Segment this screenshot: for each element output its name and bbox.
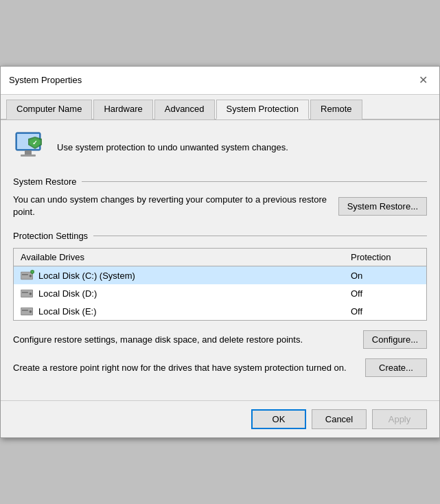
create-row: Create a restore point right now for the… <box>13 358 427 377</box>
create-button[interactable]: Create... <box>365 358 427 377</box>
apply-button[interactable]: Apply <box>372 409 427 429</box>
cancel-button[interactable]: Cancel <box>312 409 367 429</box>
tab-advanced[interactable]: Advanced <box>154 100 215 119</box>
restore-row: You can undo system changes by reverting… <box>13 194 427 218</box>
drive-name-d: Local Disk (D:) <box>21 288 351 299</box>
drive-protection-d: Off <box>351 288 419 299</box>
protection-settings-section: Protection Settings Available Drives Pro… <box>13 231 427 377</box>
window-title: System Properties <box>9 75 82 85</box>
tab-computer-name[interactable]: Computer Name <box>6 100 92 119</box>
drive-row-e[interactable]: Local Disk (E:) Off <box>14 302 426 320</box>
system-restore-section: System Restore You can undo system chang… <box>13 176 427 218</box>
drive-icon-d <box>21 288 34 299</box>
svg-rect-6 <box>21 154 36 157</box>
drive-protection-c: On <box>351 271 419 281</box>
drives-table-header: Available Drives Protection <box>14 249 426 266</box>
svg-rect-16 <box>22 292 28 293</box>
close-button[interactable]: ✕ <box>415 72 431 89</box>
svg-text:✓: ✓ <box>32 139 38 146</box>
info-banner-text: Use system protection to undo unwanted s… <box>57 142 288 152</box>
col-protection: Protection <box>351 252 419 262</box>
configure-row: Configure restore settings, manage disk … <box>13 330 427 349</box>
configure-button[interactable]: Configure... <box>363 330 427 349</box>
configure-text: Configure restore settings, manage disk … <box>13 334 352 346</box>
drive-name-c: Local Disk (C:) (System) <box>21 270 351 281</box>
drive-icon-e <box>21 306 34 317</box>
tab-bar: Computer Name Hardware Advanced System P… <box>1 95 439 120</box>
drives-table: Available Drives Protection <box>13 248 427 321</box>
system-restore-title: System Restore <box>13 176 427 187</box>
col-available-drives: Available Drives <box>21 252 351 262</box>
svg-point-15 <box>30 293 32 295</box>
svg-rect-10 <box>22 274 28 275</box>
ok-button[interactable]: OK <box>251 409 306 429</box>
tab-remote[interactable]: Remote <box>310 100 362 119</box>
system-restore-button[interactable]: System Restore... <box>338 197 427 216</box>
system-drive-icon <box>21 270 34 281</box>
restore-description: You can undo system changes by reverting… <box>13 194 327 218</box>
create-text: Create a restore point right now for the… <box>13 362 354 374</box>
tab-system-protection[interactable]: System Protection <box>216 100 310 119</box>
drive-protection-e: Off <box>351 306 419 317</box>
footer: OK Cancel Apply <box>1 400 439 437</box>
protection-settings-title: Protection Settings <box>13 231 427 241</box>
svg-rect-20 <box>22 310 28 310</box>
computer-icon: ✓ <box>13 131 49 164</box>
system-properties-window: System Properties ✕ Computer Name Hardwa… <box>0 66 440 438</box>
info-banner: ✓ Use system protection to undo unwanted… <box>13 131 427 164</box>
svg-rect-5 <box>25 150 32 155</box>
tab-content: ✓ Use system protection to undo unwanted… <box>1 120 439 400</box>
title-bar: System Properties ✕ <box>1 67 439 95</box>
drive-name-e: Local Disk (E:) <box>21 306 351 317</box>
drive-row-d[interactable]: Local Disk (D:) Off <box>14 284 426 302</box>
tab-hardware[interactable]: Hardware <box>93 100 152 119</box>
svg-point-19 <box>30 310 32 313</box>
svg-point-9 <box>30 275 32 277</box>
drive-row-c[interactable]: Local Disk (C:) (System) On <box>14 266 426 284</box>
